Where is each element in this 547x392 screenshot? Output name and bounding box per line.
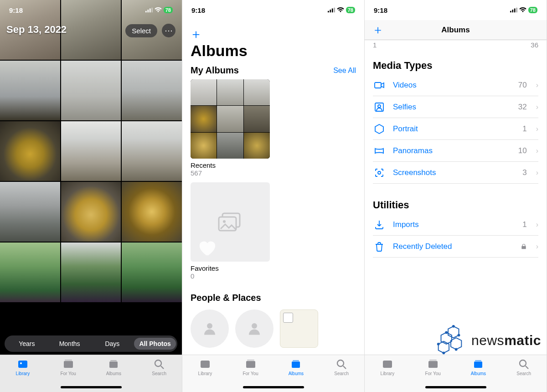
section-title: People & Places <box>191 293 261 303</box>
svg-point-5 <box>20 362 22 364</box>
svg-rect-7 <box>65 360 72 361</box>
battery-indicator: 78 <box>164 7 173 13</box>
status-bar: 9:18 78 <box>182 0 364 20</box>
search-icon <box>335 358 347 370</box>
status-time: 9:18 <box>374 6 387 14</box>
partial-right: 36 <box>531 41 538 49</box>
trash-icon <box>373 241 386 252</box>
svg-rect-14 <box>332 8 333 12</box>
section-utilities: Utilities <box>373 195 538 214</box>
foryou-icon <box>427 358 439 370</box>
item-label: Panoramas <box>393 146 511 155</box>
photo-thumbnail[interactable] <box>122 242 182 302</box>
utilities-recently-deleted[interactable]: Recently Deleted › <box>373 236 538 258</box>
see-all-link[interactable]: See All <box>333 67 356 75</box>
album-favorites[interactable]: Favorites 0 <box>182 181 364 284</box>
add-button[interactable]: ＋ <box>372 22 384 38</box>
svg-rect-48 <box>429 360 437 361</box>
photo-thumbnail[interactable] <box>122 61 182 120</box>
photo-thumbnail[interactable] <box>61 242 121 302</box>
media-panoramas[interactable]: Panoramas 10 › <box>373 140 538 162</box>
filter-years[interactable]: Years <box>6 338 48 350</box>
tab-albums[interactable]: Albums <box>274 358 319 376</box>
top-controls: Select ⋯ <box>125 24 175 37</box>
status-time: 9:18 <box>9 6 23 14</box>
photo-thumbnail[interactable] <box>61 121 121 181</box>
battery-indicator: 78 <box>346 7 355 13</box>
svg-point-44 <box>443 351 445 354</box>
media-videos[interactable]: Videos 70 › <box>373 74 538 96</box>
places-thumbnail[interactable] <box>280 309 318 348</box>
person-circle[interactable] <box>191 309 229 348</box>
photo-thumbnail[interactable] <box>0 61 60 120</box>
svg-point-51 <box>520 360 526 366</box>
photo-thumbnail[interactable] <box>0 121 60 181</box>
home-indicator[interactable] <box>425 386 486 388</box>
panorama-icon <box>373 145 386 156</box>
tab-library[interactable]: Library <box>182 358 228 376</box>
filter-all-photos[interactable]: All Photos <box>134 338 176 350</box>
status-right: 78 <box>145 7 173 13</box>
svg-rect-30 <box>514 8 516 12</box>
filter-months[interactable]: Months <box>49 338 91 350</box>
svg-rect-12 <box>328 11 329 13</box>
photo-thumbnail[interactable] <box>61 182 121 242</box>
item-label: Imports <box>393 220 515 229</box>
tab-for-you[interactable]: For You <box>228 358 274 376</box>
tab-label: Albums <box>289 371 304 376</box>
person-icon <box>246 320 263 337</box>
chevron-right-icon: › <box>536 125 538 133</box>
section-title: My Albums <box>191 65 239 76</box>
tab-for-you[interactable]: For You <box>46 358 91 376</box>
svg-point-43 <box>455 348 458 351</box>
album-thumbnail <box>191 79 270 159</box>
add-button[interactable]: ＋ <box>190 26 202 43</box>
photo-thumbnail[interactable] <box>0 182 60 242</box>
nav-title: Albums <box>441 26 470 35</box>
album-recents[interactable]: Recents 567 <box>182 78 364 181</box>
more-button[interactable]: ⋯ <box>162 24 175 37</box>
svg-point-41 <box>452 325 455 328</box>
utilities-imports[interactable]: Imports 1 › <box>373 214 538 236</box>
tab-albums[interactable]: Albums <box>456 358 501 376</box>
tab-search[interactable]: Search <box>501 358 547 376</box>
albums-icon <box>472 358 484 370</box>
tab-library[interactable]: Library <box>365 358 410 376</box>
photo-thumbnail[interactable] <box>0 242 60 302</box>
svg-point-20 <box>252 323 257 329</box>
item-count: 1 <box>522 220 526 229</box>
tab-search[interactable]: Search <box>319 358 364 376</box>
chevron-right-icon: › <box>536 81 538 89</box>
status-bar: 9:18 78 <box>365 0 547 20</box>
section-media-types: Media Types <box>373 55 538 74</box>
media-screenshots[interactable]: Screenshots 3 › <box>373 162 538 184</box>
svg-rect-8 <box>109 361 118 368</box>
tab-label: Library <box>198 371 212 376</box>
tab-albums[interactable]: Albums <box>91 358 137 376</box>
people-places-header: People & Places <box>182 284 364 306</box>
search-icon <box>518 358 530 370</box>
tab-search[interactable]: Search <box>136 358 182 376</box>
svg-rect-25 <box>293 360 299 361</box>
svg-rect-3 <box>151 8 153 13</box>
screen-library: 9:18 78 Sep 13, 2022 Select ⋯ Years Mont… <box>0 0 182 392</box>
select-button[interactable]: Select <box>125 24 157 37</box>
photo-grid[interactable] <box>0 0 182 392</box>
lock-icon <box>521 243 527 250</box>
tab-for-you[interactable]: For You <box>410 358 456 376</box>
svg-rect-13 <box>330 10 331 12</box>
person-circle[interactable] <box>235 309 274 348</box>
battery-indicator: 78 <box>528 7 537 13</box>
photo-thumbnail[interactable] <box>122 182 182 242</box>
home-indicator[interactable] <box>243 386 304 388</box>
photo-thumbnail[interactable] <box>61 61 121 120</box>
filter-days[interactable]: Days <box>92 338 134 350</box>
date-label[interactable]: Sep 13, 2022 <box>6 24 67 36</box>
photo-thumbnail[interactable] <box>122 121 182 181</box>
media-selfies[interactable]: Selfies 32 › <box>373 96 538 118</box>
item-count: 10 <box>518 146 527 155</box>
media-portrait[interactable]: Portrait 1 › <box>373 118 538 140</box>
home-indicator[interactable] <box>61 386 122 388</box>
tab-library[interactable]: Library <box>0 358 46 376</box>
svg-rect-6 <box>64 361 73 368</box>
